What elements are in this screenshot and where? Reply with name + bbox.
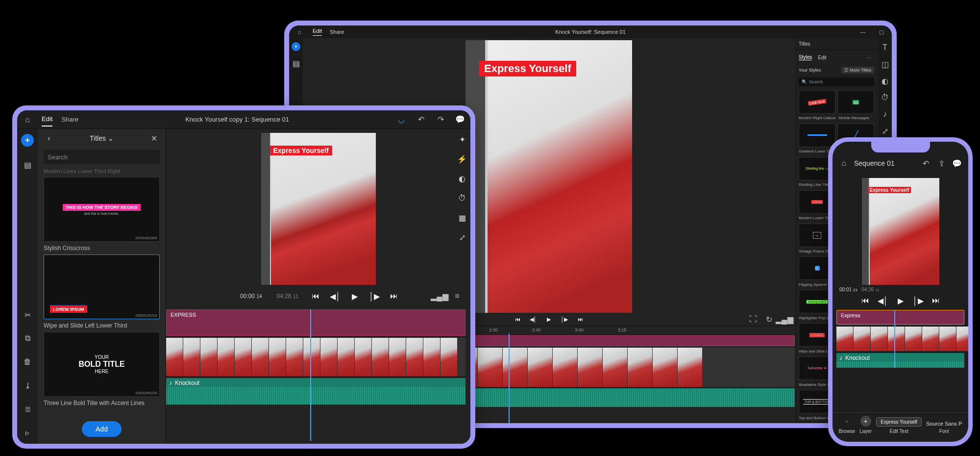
audio-track[interactable]: ♪Knockout bbox=[166, 378, 466, 405]
phone-topbar: ⌂ Sequence 01 ↶ ⇪ 💬 bbox=[833, 152, 968, 174]
fullscreen-icon[interactable]: ⛶ bbox=[748, 314, 759, 325]
play-icon[interactable]: ▶ bbox=[544, 315, 553, 324]
panel-title[interactable]: Titles ⌄ bbox=[90, 134, 114, 142]
color-icon[interactable]: ◐ bbox=[880, 76, 890, 86]
maximize-icon[interactable]: ▢ bbox=[876, 26, 887, 37]
titles-tool-icon[interactable]: T bbox=[880, 42, 890, 53]
comments-icon[interactable]: 💬 bbox=[952, 158, 962, 169]
video-track[interactable] bbox=[166, 338, 466, 376]
undo-icon[interactable]: ↶ bbox=[920, 158, 931, 169]
scissors-icon[interactable]: ✂ bbox=[22, 309, 33, 320]
title-preset-crisscross[interactable]: THIS IS HOW THE STORY BEGINS and this is… bbox=[44, 177, 160, 242]
playhead[interactable] bbox=[509, 333, 510, 423]
more-icon[interactable]: ⋯ bbox=[863, 52, 874, 63]
tab-edit[interactable]: Edit bbox=[42, 115, 52, 127]
titles-search[interactable]: 🔍 Search bbox=[799, 77, 874, 86]
loop-icon[interactable]: ↻ bbox=[763, 314, 774, 325]
title-preset[interactable]: ▮▮▮ bbox=[837, 90, 874, 114]
redo-icon[interactable]: ↷ bbox=[435, 114, 446, 125]
title-track[interactable]: EXPRESS bbox=[166, 309, 466, 336]
goto-end-icon[interactable]: ⏭ bbox=[931, 296, 940, 305]
step-back-icon[interactable]: ◀│ bbox=[330, 291, 341, 302]
title-preset[interactable]: Look here bbox=[799, 90, 835, 114]
list-icon[interactable]: ≣ bbox=[22, 404, 33, 414]
audio-icon[interactable]: ♪ bbox=[880, 109, 890, 120]
levels-icon[interactable]: ▂▄▆ bbox=[434, 291, 445, 302]
tablet-timeline[interactable]: EXPRESS ♪Knockout bbox=[166, 309, 466, 441]
add-media-button[interactable]: + bbox=[292, 42, 300, 51]
effects-icon[interactable]: ⚡ bbox=[457, 153, 467, 164]
browse-button[interactable]: ‹ Browse bbox=[839, 416, 855, 434]
tablet-right-rail: ✦ ⚡ ◐ ⏱ ▦ ⤢ bbox=[457, 134, 467, 243]
levels-icon[interactable]: ▂▄▆ bbox=[779, 314, 790, 325]
phone-bottom-bar: ‹ Browse + Layer Express Yourself Edit T… bbox=[833, 412, 968, 437]
export-icon[interactable]: ⤓ bbox=[22, 380, 33, 391]
minimize-icon[interactable]: — bbox=[858, 26, 868, 37]
layer-button[interactable]: + Layer bbox=[859, 416, 872, 434]
transitions-icon[interactable]: ◫ bbox=[880, 59, 890, 70]
trash-icon[interactable]: 🗑 bbox=[22, 356, 33, 367]
phone-timeline[interactable]: Express ♪Knockout bbox=[836, 310, 964, 368]
transform-icon[interactable]: ⤢ bbox=[880, 126, 890, 136]
step-forward-icon[interactable]: │▶ bbox=[560, 315, 569, 324]
step-back-icon[interactable]: ◀│ bbox=[879, 296, 887, 305]
step-back-icon[interactable]: ◀│ bbox=[529, 315, 538, 324]
project-panel-icon[interactable]: ▤ bbox=[291, 58, 301, 69]
play-icon[interactable]: ▶ bbox=[896, 296, 905, 305]
edit-text-button[interactable]: Express Yourself Edit Text bbox=[876, 417, 922, 434]
video-track[interactable] bbox=[836, 327, 964, 351]
transform-icon[interactable]: ⤢ bbox=[457, 232, 467, 243]
add-title-button[interactable]: Add bbox=[82, 421, 122, 437]
play-icon[interactable]: ▶ bbox=[349, 291, 360, 302]
chevron-down-icon: ⌄ bbox=[108, 134, 114, 142]
menu-icon[interactable]: ≡ bbox=[452, 291, 463, 302]
tablet-topbar: ⌂ Edit Share Knock Yourself copy 1: Sequ… bbox=[17, 110, 470, 129]
font-value: Source Sans P bbox=[926, 421, 962, 427]
step-forward-icon[interactable]: │▶ bbox=[914, 296, 923, 305]
duplicate-icon[interactable]: ⧉ bbox=[22, 333, 33, 344]
font-button[interactable]: Source Sans P Font bbox=[926, 421, 962, 434]
comments-icon[interactable]: 💬 bbox=[455, 114, 466, 125]
goto-end-icon[interactable]: ⏭ bbox=[389, 291, 399, 302]
crop-icon[interactable]: ▦ bbox=[457, 212, 467, 223]
tab-share[interactable]: Share bbox=[61, 116, 78, 126]
playhead[interactable] bbox=[310, 309, 311, 441]
tab-edit[interactable]: Edit bbox=[313, 28, 322, 36]
preset-label: Three Line Bold Title with Accent Lines bbox=[44, 400, 160, 406]
undo-icon[interactable]: ↶ bbox=[416, 114, 426, 125]
subtab-styles[interactable]: Styles bbox=[799, 54, 812, 60]
back-icon[interactable]: ‹ bbox=[44, 133, 54, 144]
video-preview: Express Yourself bbox=[261, 133, 376, 285]
speed-icon[interactable]: ⏱ bbox=[880, 92, 890, 103]
titles-search[interactable]: Search bbox=[44, 150, 160, 164]
speed-icon[interactable]: ⏱ bbox=[457, 193, 467, 203]
graphics-icon[interactable]: ✦ bbox=[457, 134, 467, 145]
music-note-icon: ♪ bbox=[839, 355, 842, 361]
title-track[interactable]: Express bbox=[836, 310, 964, 325]
tablet-device: ⌂ Edit Share Knock Yourself copy 1: Sequ… bbox=[12, 105, 475, 449]
add-media-button[interactable]: + bbox=[21, 134, 34, 147]
title-preset[interactable] bbox=[799, 124, 835, 147]
project-panel-icon[interactable]: ▤ bbox=[22, 159, 33, 170]
home-icon[interactable]: ⌂ bbox=[294, 26, 305, 37]
title-preset-wipe-slide[interactable]: LOREM IPSUM #382635224 bbox=[44, 254, 160, 319]
color-icon[interactable]: ◐ bbox=[457, 173, 467, 184]
goto-start-icon[interactable]: ⏮ bbox=[513, 315, 522, 324]
pointer-icon[interactable]: ▹ bbox=[22, 427, 33, 438]
goto-start-icon[interactable]: ⏮ bbox=[310, 291, 321, 302]
goto-start-icon[interactable]: ⏮ bbox=[861, 296, 870, 305]
step-forward-icon[interactable]: │▶ bbox=[369, 291, 380, 302]
tab-share[interactable]: Share bbox=[330, 29, 344, 35]
plus-icon: + bbox=[860, 416, 871, 427]
home-icon[interactable]: ⌂ bbox=[838, 158, 849, 169]
close-icon[interactable]: ✕ bbox=[149, 133, 160, 144]
export-icon[interactable]: ⇪ bbox=[936, 158, 947, 169]
subtab-edit[interactable]: Edit bbox=[818, 55, 826, 60]
goto-end-icon[interactable]: ⏭ bbox=[576, 315, 585, 324]
playhead[interactable] bbox=[894, 310, 895, 368]
timecode-current: 00:00 14 bbox=[240, 293, 262, 300]
more-titles-button[interactable]: ☰ More Titles bbox=[841, 67, 874, 74]
title-preset-bold[interactable]: YOUR BOLD TITLE HERE #302095228 bbox=[44, 332, 160, 397]
home-icon[interactable]: ⌂ bbox=[22, 114, 33, 125]
audio-track[interactable]: ♪Knockout bbox=[836, 353, 964, 368]
